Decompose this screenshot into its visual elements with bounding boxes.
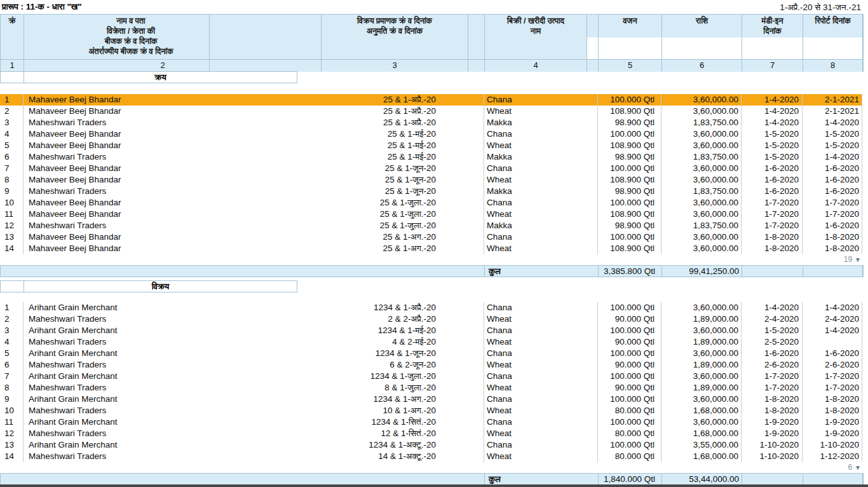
- row-cert-number-date: 25 & 1-जून-20: [321, 174, 468, 186]
- row-product: Chana: [484, 416, 598, 428]
- table-row[interactable]: 11Arihant Grain Merchant1234 & 1-सितं.-2…: [0, 416, 862, 428]
- row-amount: 3,60,000.00: [661, 325, 742, 336]
- row-report-date: 2-1-2021: [803, 94, 862, 106]
- row-product: Wheat: [484, 106, 598, 117]
- header-col-spacer2: [587, 15, 599, 59]
- table-row[interactable]: 14Maheshwari Traders14 & 1-अक्टू.-20Whea…: [0, 451, 862, 462]
- column-number: 6: [662, 60, 742, 72]
- row-spacer: [468, 325, 484, 336]
- header-col-empty: [210, 15, 322, 59]
- row-spacer: [468, 336, 484, 348]
- row-spacer: [209, 382, 321, 394]
- row-report-date: 1-6-2020: [803, 348, 862, 359]
- table-row[interactable]: 4Mahaveer Beej Bhandar25 & 1-मई-20Chana1…: [0, 128, 862, 140]
- row-report-date: 1-4-2020: [803, 302, 862, 313]
- row-sno: 3: [0, 325, 24, 336]
- table-row[interactable]: 2Mahaveer Beej Bhandar25 & 1-अप्रै.-20Wh…: [0, 106, 862, 117]
- row-weight: 80.000 Qtl: [598, 428, 661, 439]
- dropdown-arrow-icon: ▼: [855, 256, 861, 263]
- row-product: Chana: [484, 371, 598, 382]
- table-row[interactable]: 1Arihant Grain Merchant1234 & 1-अप्रै.-2…: [0, 302, 862, 313]
- row-mandi-in-date: 2-5-2020: [742, 336, 803, 348]
- row-mandi-in-date: 1-4-2020: [742, 302, 803, 313]
- column-number: 2: [24, 60, 210, 72]
- row-mandi-in-date: 1-4-2020: [742, 94, 803, 106]
- table-row[interactable]: 10Maheshwari Traders10 & 1-अग.-20Wheat80…: [0, 405, 862, 416]
- row-trader-name: Arihant Grain Merchant: [24, 416, 209, 428]
- table-row[interactable]: 7Arihant Grain Merchant1234 & 1-जुला.-20…: [0, 371, 862, 382]
- table-row[interactable]: 10Mahaveer Beej Bhandar25 & 1-जुला.-20Ch…: [0, 197, 862, 209]
- row-trader-name: Maheshwari Traders: [24, 313, 209, 325]
- row-amount: 3,60,000.00: [661, 231, 742, 243]
- row-spacer: [209, 220, 321, 231]
- table-row[interactable]: 11Mahaveer Beej Bhandar25 & 1-जुला.-20Wh…: [0, 209, 862, 220]
- row-spacer: [468, 151, 484, 163]
- row-spacer: [468, 197, 484, 209]
- row-amount: 1,89,000.00: [661, 359, 742, 371]
- row-mandi-in-date: 1-7-2020: [742, 220, 803, 231]
- row-trader-name: Mahaveer Beej Bhandar: [24, 128, 209, 140]
- table-row[interactable]: 1Mahaveer Beej Bhandar25 & 1-अप्रै.-20Ch…: [0, 94, 862, 106]
- table-row[interactable]: 8Mahaveer Beej Bhandar25 & 1-जून-20Wheat…: [0, 174, 862, 186]
- total-empty-cell: [1, 266, 485, 277]
- row-count-dropdown[interactable]: 19▼: [844, 255, 861, 264]
- table-row[interactable]: 3Maheshwari Traders25 & 1-अप्रै.-20Makka…: [0, 117, 862, 128]
- table-row[interactable]: 6Maheshwari Traders6 & 2-जून-20Wheat90.0…: [0, 359, 862, 371]
- table-row[interactable]: 12Maheshwari Traders12 & 1-सितं.-20Wheat…: [0, 428, 862, 439]
- table-row[interactable]: 5Arihant Grain Merchant1234 & 1-जून-20Ch…: [0, 348, 862, 359]
- table-row[interactable]: 12Maheshwari Traders25 & 1-जुला.-20Makka…: [0, 220, 862, 231]
- row-product: Wheat: [484, 359, 598, 371]
- row-sno: 4: [0, 336, 24, 348]
- row-mandi-in-date: 1-7-2020: [742, 371, 803, 382]
- row-spacer: [209, 348, 321, 359]
- row-weight: 108.900 Qtl: [598, 140, 661, 151]
- table-row[interactable]: 8Maheshwari Traders8 & 1-जुला.-20Wheat90…: [0, 382, 862, 394]
- row-product: Wheat: [484, 140, 598, 151]
- table-row[interactable]: 13Mahaveer Beej Bhandar25 & 1-अग.-20Chan…: [0, 231, 862, 243]
- row-amount: 3,60,000.00: [661, 371, 742, 382]
- total-empty-cell: [803, 266, 863, 277]
- row-spacer: [468, 94, 484, 106]
- table-row[interactable]: 13Arihant Grain Merchant1234 & 1-अक्टू.-…: [0, 439, 862, 451]
- table-row[interactable]: 2Maheshwari Traders2 & 2-अप्रै.-20Wheat9…: [0, 313, 862, 325]
- table-row[interactable]: 14Mahaveer Beej Bhandar25 & 1-अग.-20Whea…: [0, 243, 862, 254]
- row-cert-number-date: 1234 & 1-मई-20: [321, 325, 468, 336]
- row-sno: 13: [0, 231, 24, 243]
- row-count-dropdown[interactable]: 6▼: [848, 463, 861, 472]
- section-heading-label: विक्रय: [24, 281, 297, 292]
- row-report-date: 1-4-2020: [803, 151, 862, 163]
- row-product: Wheat: [484, 382, 598, 394]
- row-spacer: [468, 117, 484, 128]
- table-row[interactable]: 4Maheshwari Traders4 & 2-मई-20Wheat90.00…: [0, 336, 862, 348]
- row-mandi-in-date: 1-8-2020: [742, 231, 803, 243]
- row-spacer: [209, 186, 321, 197]
- row-report-date: 1-8-2020: [803, 243, 862, 254]
- row-spacer: [468, 231, 484, 243]
- row-weight: 100.000 Qtl: [598, 348, 661, 359]
- row-trader-name: Maheshwari Traders: [24, 336, 209, 348]
- row-spacer: [468, 359, 484, 371]
- table-row[interactable]: 7Mahaveer Beej Bhandar25 & 1-जून-20Chana…: [0, 163, 862, 174]
- row-amount: 1,83,750.00: [661, 151, 742, 163]
- row-spacer: [209, 313, 321, 325]
- row-spacer: [209, 428, 321, 439]
- table-row[interactable]: 3Arihant Grain Merchant1234 & 1-मई-20Cha…: [0, 325, 862, 336]
- row-report-date: 1-12-2020: [803, 451, 862, 462]
- table-row[interactable]: 9Arihant Grain Merchant1234 & 1-अग.-20Ch…: [0, 394, 862, 405]
- header-col-name: नाम व पता विक्रेता / क्रेता की बीजक क्रं…: [24, 15, 210, 59]
- row-sno: 5: [0, 348, 24, 359]
- header-label-row: क्रं नाम व पता विक्रेता / क्रेता की बीजक…: [1, 15, 863, 59]
- row-product: Chana: [484, 348, 598, 359]
- row-mandi-in-date: 1-7-2020: [742, 197, 803, 209]
- bottom-divider-bar: [0, 484, 868, 487]
- table-row[interactable]: 6Maheshwari Traders25 & 1-मई-20Makka98.9…: [0, 151, 862, 163]
- row-spacer: [209, 336, 321, 348]
- row-trader-name: Maheshwari Traders: [24, 451, 209, 462]
- row-weight: 100.000 Qtl: [598, 416, 661, 428]
- table-row[interactable]: 5Mahaveer Beej Bhandar25 & 1-मई-20Wheat1…: [0, 140, 862, 151]
- row-amount: 1,68,000.00: [661, 451, 742, 462]
- row-weight: 100.000 Qtl: [598, 394, 661, 405]
- table-row[interactable]: 9Maheshwari Traders25 & 1-जून-20Makka98.…: [0, 186, 862, 197]
- row-trader-name: Arihant Grain Merchant: [24, 302, 209, 313]
- row-product: Makka: [484, 220, 598, 231]
